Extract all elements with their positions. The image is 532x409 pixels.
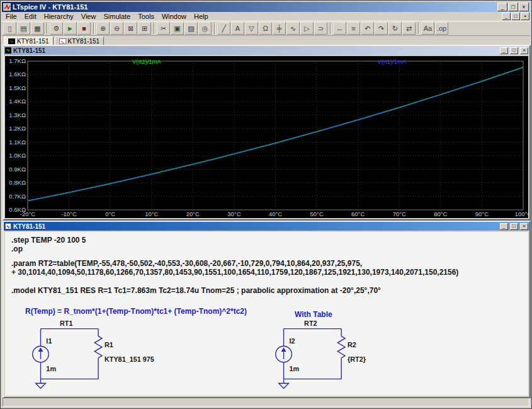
zoom-out-button[interactable]: ⊖ [110, 22, 123, 35]
circuit-labels: RT1 I1 1m R1 KTY81_151 975 RT2 I2 1m R2 … [46, 320, 366, 372]
diode-button[interactable]: ▷ [300, 22, 314, 35]
redo-button[interactable]: ↷ [375, 22, 388, 35]
circuit-table[interactable] [276, 329, 345, 389]
ground-button[interactable]: ▽ [245, 22, 258, 35]
spice-directive-op: .op [11, 245, 23, 253]
move-button[interactable]: ↔ [333, 22, 346, 35]
waveform-plot[interactable]: -20°C-10°C0°C10°C20°C30°C40°C50°C60°C70°… [5, 56, 528, 218]
circuit-parabolic[interactable] [33, 329, 102, 389]
copy-button[interactable]: ▣ [171, 22, 184, 35]
resistor-button[interactable]: Ω [259, 22, 272, 35]
tab-schematic[interactable]: ∿KTY81-151 [55, 37, 105, 45]
waveform-window: ∿ KTY81-151 _ □ × -20°C-10°C0°C10°C20°C3… [3, 45, 531, 221]
child-minimize-button[interactable]: _ [502, 13, 511, 20]
menu-simulate[interactable]: Simulate [99, 13, 134, 20]
child-close-icon: × [524, 14, 527, 19]
waveform-tab-icon: ∿ [8, 38, 15, 44]
x-tick-label: 0°C [105, 210, 115, 217]
maximize-icon: □ [511, 4, 514, 10]
wire-button[interactable]: ╱ [217, 22, 230, 35]
ground-symbol-right[interactable] [279, 383, 289, 388]
new-schematic-button[interactable]: ▯ [3, 22, 16, 35]
toolbar-separator [93, 23, 94, 34]
minimize-button[interactable]: _ [497, 3, 507, 11]
waveform-chart: -20°C-10°C0°C10°C20°C30°C40°C50°C60°C70°… [5, 56, 528, 218]
control-panel-icon: ⚙ [54, 25, 60, 32]
close-button[interactable]: × [519, 3, 529, 11]
schematic-tab-icon: ∿ [59, 38, 66, 44]
save-button[interactable]: ▦ [31, 22, 44, 35]
toolbar-separator [154, 23, 155, 34]
cut-button[interactable]: ✂ [157, 22, 170, 35]
tab-waveform[interactable]: ∿KTY81-151 [4, 37, 54, 45]
zoom-full-button[interactable]: ⊠ [124, 22, 137, 35]
maximize-button[interactable]: □ [508, 3, 518, 11]
tabbar: ∿KTY81-151∿KTY81-151 [2, 37, 530, 45]
menu-tools[interactable]: Tools [134, 13, 158, 20]
zoom-area-button[interactable]: ⊞ [138, 22, 151, 35]
menu-items: FileEditHierarchyViewSimulateToolsWindow… [2, 12, 502, 21]
child-restore-button[interactable]: □ [511, 13, 520, 20]
y-tick-label: 1.7KΩ [9, 57, 26, 64]
x-tick-label: 40°C [269, 210, 282, 217]
schematic-canvas[interactable]: RT1 I1 1m R1 KTY81_151 975 RT2 I2 1m R2 … [5, 232, 528, 396]
component-icon: ⊃ [318, 25, 324, 32]
schematic-titlebar[interactable]: ∿ KTY81-151 _ □ × [4, 222, 529, 231]
zoom-in-button[interactable]: ⊕ [96, 22, 110, 35]
resistor-name-r1: R1 [105, 341, 113, 349]
waveform-titlebar[interactable]: ∿ KTY81-151 _ □ × [4, 46, 529, 55]
y-tick-label: 1.2KΩ [9, 125, 26, 132]
open-button[interactable]: ▤ [17, 22, 30, 35]
schematic-maximize-button[interactable]: □ [510, 223, 518, 230]
find-button[interactable]: ◎ [198, 22, 212, 35]
child-minimize-icon: _ [505, 14, 507, 19]
capacitor-button[interactable]: ╪ [273, 22, 286, 35]
spice-directive-button[interactable]: .op [435, 22, 448, 35]
waveform-maximize-button[interactable]: □ [510, 47, 518, 54]
source-value-i2: 1m [289, 365, 299, 372]
undo-icon: ↶ [365, 25, 370, 32]
new-schematic-icon: ▯ [8, 25, 11, 32]
control-panel-button[interactable]: ⚙ [50, 22, 63, 35]
paste-icon: ▨ [188, 25, 194, 32]
schematic-minimize-button[interactable]: _ [500, 223, 508, 230]
schematic-close-button[interactable]: × [520, 223, 528, 230]
x-tick-label: 90°C [475, 210, 489, 217]
menu-view[interactable]: View [77, 13, 100, 20]
y-tick-label: 1.3KΩ [9, 112, 26, 118]
menu-window[interactable]: Window [158, 13, 190, 20]
toolbar-separator [418, 23, 419, 34]
resistor-r1[interactable] [94, 336, 102, 357]
ground-symbol-left[interactable] [36, 383, 46, 388]
halt-button[interactable]: ■ [77, 22, 91, 35]
resistor-name-r2: R2 [348, 341, 356, 349]
x-tick-label: 10°C [145, 210, 158, 217]
mirror-button[interactable]: ⇄ [402, 22, 416, 35]
ground-icon: ▽ [249, 25, 254, 32]
mirror-icon: ⇄ [406, 25, 412, 32]
rotate-button[interactable]: ↻ [388, 22, 402, 35]
drag-button[interactable]: ≡ [347, 22, 360, 35]
resistor-r2[interactable] [337, 336, 345, 357]
paste-button[interactable]: ▨ [184, 22, 198, 35]
component-button[interactable]: ⊃ [314, 22, 327, 35]
comment-with-table: With Table [295, 310, 332, 319]
menu-hierarchy[interactable]: Hierarchy [40, 13, 77, 20]
child-close-button[interactable]: × [521, 13, 529, 20]
run-button[interactable]: ► [64, 22, 77, 35]
waveform-minimize-button[interactable]: _ [500, 47, 508, 54]
menu-help[interactable]: Help [190, 13, 212, 20]
menu-file[interactable]: File [2, 13, 21, 20]
resistor-icon: Ω [263, 25, 268, 32]
text-button[interactable]: Aa [421, 22, 434, 35]
net-label-button[interactable]: A [231, 22, 244, 35]
waveform-close-button[interactable]: × [520, 47, 528, 54]
spice-directive-step: .step TEMP -20 100 5 [11, 236, 86, 245]
net-label-rt2: RT2 [304, 320, 317, 327]
menu-edit[interactable]: Edit [21, 13, 40, 20]
undo-button[interactable]: ↶ [361, 22, 374, 35]
inductor-button[interactable]: ∿ [286, 22, 300, 35]
source-value-i1: 1m [46, 365, 56, 372]
spice-directive-param-line1: .param RT2=table(TEMP,-55,478,-50,502,-4… [11, 259, 362, 268]
zoom-full-icon: ⊠ [128, 25, 133, 32]
